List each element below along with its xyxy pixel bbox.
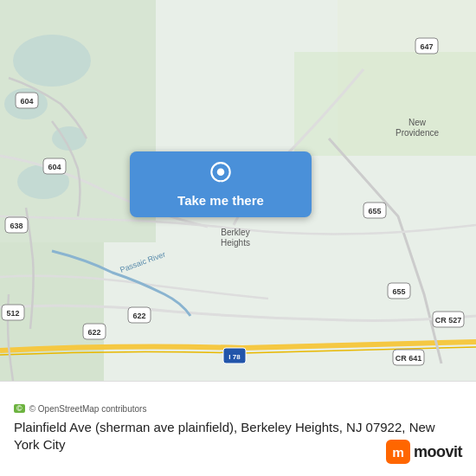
moovit-icon-svg: m [386,440,410,464]
svg-text:638: 638 [10,222,23,230]
svg-text:655: 655 [392,287,405,296]
moovit-logo: m moovit [386,440,462,464]
svg-text:604: 604 [20,97,33,106]
svg-text:622: 622 [132,312,145,320]
svg-text:622: 622 [87,328,100,337]
osm-credit: © © OpenStreetMap contributors [14,404,462,414]
map-container: 604 604 638 512 647 655 655 622 622 CR 5… [0,0,476,476]
osm-credit-text: © OpenStreetMap contributors [29,404,147,414]
svg-text:647: 647 [420,42,433,51]
take-me-there-button[interactable]: Take me there [130,151,312,217]
osm-logo: © [14,404,25,413]
svg-text:604: 604 [48,163,61,171]
svg-text:Providence: Providence [396,128,439,138]
svg-text:I 78: I 78 [228,353,241,361]
location-pin-icon [209,162,233,190]
svg-text:m: m [392,445,404,460]
svg-rect-8 [294,52,476,156]
svg-point-39 [217,168,225,176]
svg-text:CR 641: CR 641 [396,354,422,363]
svg-text:Berkley: Berkley [221,228,249,237]
svg-text:New: New [408,118,427,127]
svg-text:655: 655 [368,207,381,215]
take-me-there-label: Take me there [177,193,264,208]
svg-text:CR 527: CR 527 [435,316,462,325]
svg-text:512: 512 [6,309,19,318]
info-panel: © © OpenStreetMap contributors Plainfiel… [0,381,476,476]
moovit-text: moovit [414,443,462,461]
svg-text:Heights: Heights [221,238,250,248]
